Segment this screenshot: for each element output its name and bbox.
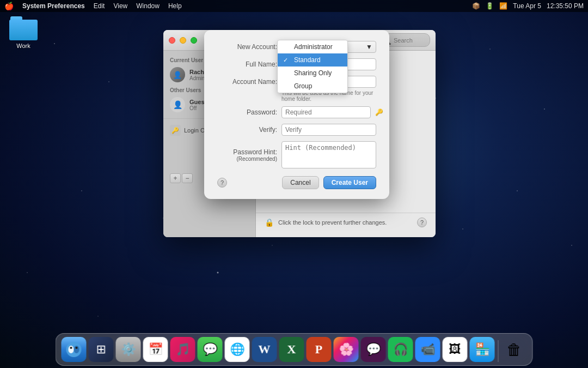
lock-section: 🔒 Click the lock to prevent further chan… bbox=[256, 213, 436, 232]
app-name[interactable]: System Preferences bbox=[22, 2, 85, 10]
folder-graphic bbox=[9, 16, 38, 40]
dock-itunes[interactable]: 🎵 bbox=[170, 337, 195, 362]
help-button[interactable]: ? bbox=[417, 218, 427, 227]
hint-label: Password Hint: bbox=[217, 148, 277, 156]
help-menu[interactable]: Help bbox=[168, 2, 182, 10]
account-type-dropdown-container: Standard ▼ Administrator ✓ Standard Shar… bbox=[281, 41, 376, 53]
standard-check: ✓ bbox=[283, 57, 291, 64]
verify-input[interactable] bbox=[281, 124, 376, 136]
dock-finder[interactable] bbox=[62, 337, 87, 362]
hint-sublabel: (Recommended) bbox=[217, 156, 277, 162]
dialog-help-button[interactable]: ? bbox=[217, 178, 227, 188]
verify-row: Verify: bbox=[217, 124, 376, 136]
dock-zoom[interactable]: 📹 bbox=[415, 337, 440, 362]
menubar-right: 📦 🔋 📶 Tue Apr 5 12:35:50 PM bbox=[472, 2, 584, 10]
edit-menu[interactable]: Edit bbox=[94, 2, 105, 10]
menubar-dropbox: 📦 bbox=[472, 2, 480, 10]
dock-chrome[interactable]: 🌐 bbox=[225, 337, 250, 362]
close-button[interactable] bbox=[169, 37, 175, 44]
option-group[interactable]: Group bbox=[278, 80, 347, 93]
folder-body bbox=[9, 20, 38, 40]
desktop-folder-icon[interactable]: Work bbox=[4, 16, 42, 49]
menubar: 🍎 System Preferences Edit View Window He… bbox=[0, 0, 588, 12]
password-label: Password: bbox=[217, 108, 277, 116]
dock-messages[interactable]: 💬 bbox=[198, 337, 223, 362]
svg-point-4 bbox=[76, 347, 78, 349]
dock-slack[interactable]: 💬 bbox=[361, 337, 386, 362]
search-input[interactable] bbox=[394, 37, 434, 44]
verify-label: Verify: bbox=[217, 126, 277, 134]
minimize-button[interactable] bbox=[180, 37, 186, 44]
menubar-time: 12:35:50 PM bbox=[547, 2, 584, 10]
window-menu[interactable]: Window bbox=[136, 2, 160, 10]
add-user-button[interactable]: + bbox=[170, 173, 181, 183]
menubar-battery: 🔋 bbox=[486, 2, 494, 10]
create-user-button[interactable]: Create User bbox=[323, 176, 376, 189]
rachel-avatar: 👤 bbox=[170, 67, 185, 82]
option-standard[interactable]: ✓ Standard bbox=[278, 53, 347, 67]
view-menu[interactable]: View bbox=[113, 2, 127, 10]
menubar-wifi: 📶 bbox=[499, 2, 507, 10]
apple-menu[interactable]: 🍎 bbox=[4, 2, 14, 10]
cancel-button[interactable]: Cancel bbox=[282, 176, 318, 189]
guest-avatar: 👤 bbox=[170, 97, 185, 112]
dropdown-chevron: ▼ bbox=[366, 43, 372, 51]
svg-point-3 bbox=[70, 347, 72, 349]
new-account-row: New Account: Standard ▼ Administrator ✓ … bbox=[217, 41, 376, 53]
option-sharing-only[interactable]: Sharing Only bbox=[278, 67, 347, 80]
dock-separator bbox=[498, 340, 499, 362]
dialog-buttons: ? Cancel Create User bbox=[217, 176, 376, 189]
dock-appstore[interactable]: 🏪 bbox=[470, 337, 495, 362]
dock-powerpoint[interactable]: P bbox=[307, 337, 332, 362]
option-administrator[interactable]: Administrator bbox=[278, 40, 347, 53]
account-name-label: Account Name: bbox=[217, 78, 277, 86]
dock: ⊞ ⚙️ 📅 🎵 💬 🌐 W X P 🌸 💬 🎧 📹 🖼 🏪 🗑 bbox=[56, 333, 533, 366]
password-key-icon[interactable]: 🔑 bbox=[375, 108, 383, 116]
dock-photos[interactable]: 🌸 bbox=[334, 337, 359, 362]
dock-trash[interactable]: 🗑 bbox=[502, 337, 527, 362]
sharing-only-label: Sharing Only bbox=[294, 69, 332, 77]
group-label: Group bbox=[294, 82, 312, 90]
folder-label: Work bbox=[16, 43, 30, 49]
full-name-label: Full Name: bbox=[217, 61, 277, 68]
new-account-dialog: New Account: Standard ▼ Administrator ✓ … bbox=[204, 30, 389, 199]
menubar-date: Tue Apr 5 bbox=[513, 2, 541, 10]
maximize-button[interactable] bbox=[191, 37, 197, 44]
dock-system-preferences[interactable]: ⚙️ bbox=[116, 337, 141, 362]
hint-row: Password Hint: (Recommended) bbox=[217, 141, 376, 168]
admin-label: Administrator bbox=[294, 43, 333, 51]
standard-label: Standard bbox=[294, 56, 321, 64]
dock-calendar[interactable]: 📅 bbox=[143, 337, 168, 362]
password-input[interactable] bbox=[281, 106, 371, 118]
dock-launchpad[interactable]: ⊞ bbox=[89, 337, 114, 362]
remove-user-button[interactable]: − bbox=[182, 173, 193, 183]
dock-preview[interactable]: 🖼 bbox=[443, 337, 468, 362]
dock-word[interactable]: W bbox=[252, 337, 277, 362]
menubar-left: 🍎 System Preferences Edit View Window He… bbox=[4, 2, 472, 10]
hint-textarea[interactable] bbox=[281, 141, 376, 168]
dock-spotify[interactable]: 🎧 bbox=[388, 337, 413, 362]
account-type-menu: Administrator ✓ Standard Sharing Only Gr… bbox=[277, 40, 348, 93]
lock-icon[interactable]: 🔒 bbox=[265, 218, 274, 227]
new-account-label: New Account: bbox=[217, 43, 277, 51]
login-options-icon: 🔑 bbox=[170, 125, 181, 136]
dock-excel[interactable]: X bbox=[279, 337, 304, 362]
password-row: Password: 🔑 bbox=[217, 106, 376, 118]
lock-text: Click the lock to prevent further change… bbox=[278, 219, 387, 226]
